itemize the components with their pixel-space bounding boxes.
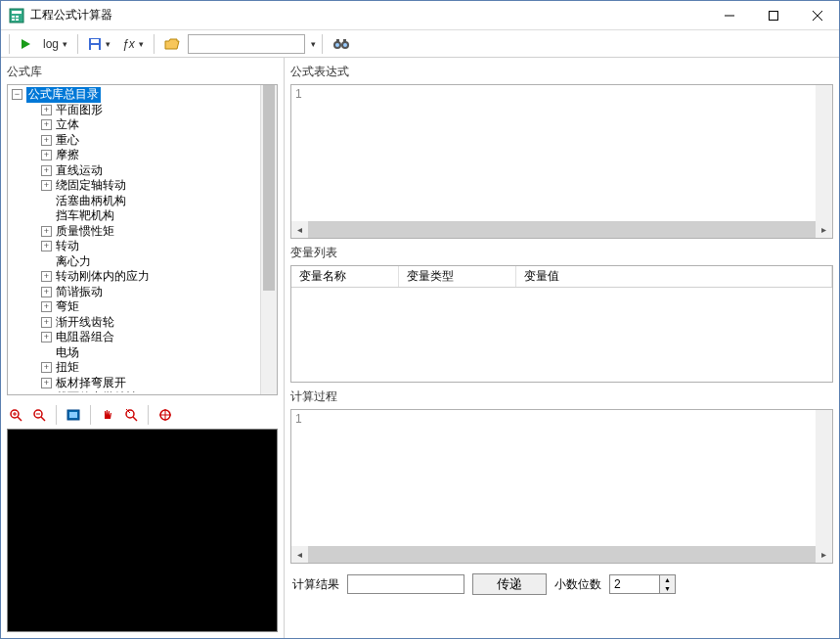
fit-screen-button[interactable] (65, 406, 82, 424)
expand-icon[interactable]: + (41, 135, 52, 146)
variables-table[interactable]: 变量名称 变量类型 变量值 (290, 265, 833, 383)
tree-item[interactable]: +绕固定轴转动 (12, 178, 260, 194)
spinner-up-icon[interactable]: ▲ (660, 575, 675, 584)
tree-item[interactable]: +转动刚体内的应力 (12, 269, 260, 285)
tree-root-label[interactable]: 公式库总目录 (26, 87, 101, 103)
tree-item[interactable]: +平面图形 (12, 103, 260, 118)
svg-rect-12 (91, 39, 99, 43)
expand-icon[interactable]: + (41, 165, 52, 176)
tree-item[interactable]: +截面的力学特性 (12, 390, 260, 392)
svg-line-30 (133, 417, 137, 421)
log-button[interactable]: log ▾ (39, 33, 71, 55)
zoom-out-button[interactable] (30, 406, 48, 424)
expand-icon[interactable]: + (41, 332, 52, 342)
col-var-type[interactable]: 变量类型 (399, 266, 516, 287)
expand-icon[interactable]: + (41, 119, 52, 130)
process-label: 计算过程 (285, 383, 839, 409)
pan-button[interactable] (99, 406, 116, 424)
minimize-icon (725, 11, 734, 21)
titlebar: 工程公式计算器 (1, 1, 839, 30)
tree-item[interactable]: +摩擦 (12, 148, 260, 163)
tree-item[interactable]: +转动 (12, 239, 260, 254)
tree-item[interactable]: +直线运动 (12, 163, 260, 179)
save-button[interactable]: ▾ (84, 33, 114, 55)
tree-item-label: 电场 (56, 345, 79, 361)
minimize-button[interactable] (707, 1, 751, 29)
tree-item[interactable]: +弯矩 (12, 299, 260, 315)
scroll-right-icon[interactable]: ▸ (816, 546, 832, 563)
svg-rect-4 (12, 19, 15, 21)
expand-icon[interactable]: + (41, 241, 52, 251)
decimals-label: 小数位数 (554, 576, 601, 593)
tree-body[interactable]: − 公式库总目录 +平面图形+立体+重心+摩擦+直线运动+绕固定轴转动+活塞曲柄… (12, 87, 260, 392)
col-var-name[interactable]: 变量名称 (291, 266, 399, 287)
app-icon (9, 8, 24, 23)
tree-root[interactable]: − 公式库总目录 (12, 87, 260, 103)
decimals-spinner[interactable]: ▲ ▼ (609, 574, 676, 594)
chevron-down-icon: ▾ (63, 39, 67, 49)
expand-icon[interactable]: + (41, 362, 52, 373)
tree-scrollbar[interactable] (260, 85, 277, 394)
tree-item[interactable]: +挡车靶机构 (12, 208, 260, 224)
tree-item[interactable]: +渐开线齿轮 (12, 315, 260, 331)
expand-icon[interactable]: + (41, 271, 52, 282)
path-combo[interactable] (188, 34, 305, 54)
chevron-down-icon[interactable]: ▾ (311, 39, 316, 49)
scroll-right-icon[interactable]: ▸ (816, 221, 832, 238)
expr-vscrollbar[interactable] (816, 85, 832, 221)
tree-item-label: 扭矩 (56, 360, 79, 376)
scroll-left-icon[interactable]: ◂ (291, 546, 308, 563)
tree-item[interactable]: +板材择弯展开 (12, 376, 260, 391)
zoom-in-button[interactable] (7, 406, 24, 424)
chevron-down-icon: ▾ (139, 39, 144, 49)
preview-canvas[interactable] (7, 429, 278, 632)
actual-size-button[interactable] (156, 406, 174, 424)
tree-item[interactable]: +离心力 (12, 254, 260, 270)
expand-icon[interactable]: + (41, 226, 52, 237)
close-button[interactable] (795, 1, 839, 29)
tree-item[interactable]: +电场 (12, 345, 260, 361)
tree-item-label: 弯矩 (56, 299, 79, 315)
fx-button[interactable]: ƒx ▾ (118, 33, 148, 55)
transfer-button[interactable]: 传递 (472, 573, 547, 595)
find-button[interactable] (329, 33, 354, 55)
open-button[interactable] (160, 33, 184, 55)
scroll-track[interactable] (308, 546, 816, 563)
expression-editor[interactable]: 1 ◂ ▸ (290, 84, 833, 239)
expr-hscrollbar[interactable]: ◂ ▸ (291, 221, 832, 238)
scroll-left-icon[interactable]: ◂ (291, 221, 308, 238)
decimals-input[interactable] (610, 575, 659, 593)
col-var-value[interactable]: 变量值 (516, 266, 832, 287)
expand-icon[interactable]: + (41, 287, 52, 297)
proc-vscrollbar[interactable] (816, 410, 832, 546)
tree-item[interactable]: +电阻器组合 (12, 330, 260, 345)
process-editor[interactable]: 1 ◂ ▸ (290, 409, 833, 564)
maximize-button[interactable] (751, 1, 795, 29)
svg-point-19 (343, 43, 347, 47)
expand-icon[interactable]: + (41, 378, 52, 388)
tree-item[interactable]: +活塞曲柄机构 (12, 194, 260, 209)
expand-icon[interactable]: + (41, 301, 52, 312)
tree-item-label: 板材择弯展开 (56, 376, 126, 391)
expand-icon[interactable]: + (41, 150, 52, 160)
scrollbar-thumb[interactable] (263, 85, 275, 291)
hand-icon (101, 408, 114, 422)
result-output[interactable] (347, 574, 464, 594)
spinner-down-icon[interactable]: ▼ (660, 584, 675, 593)
tree-item[interactable]: +立体 (12, 117, 260, 133)
tree-item[interactable]: +质量惯性矩 (12, 224, 260, 240)
zoom-region-button[interactable] (122, 406, 140, 424)
tree-item-label: 直线运动 (56, 163, 103, 179)
expand-icon[interactable]: + (41, 317, 52, 328)
collapse-icon[interactable]: − (12, 89, 22, 100)
tree-item[interactable]: +简谐振动 (12, 285, 260, 300)
content-area: 公式库 − 公式库总目录 +平面图形+立体+重心+摩擦+直线运动+绕固定轴转动+… (1, 58, 839, 638)
tree-item[interactable]: +扭矩 (12, 360, 260, 376)
scroll-track[interactable] (308, 221, 816, 238)
expand-icon[interactable]: + (41, 180, 52, 191)
window-title: 工程公式计算器 (30, 7, 112, 23)
expand-icon[interactable]: + (41, 105, 52, 115)
proc-hscrollbar[interactable]: ◂ ▸ (291, 546, 832, 563)
run-button[interactable] (16, 33, 35, 55)
tree-item[interactable]: +重心 (12, 133, 260, 149)
